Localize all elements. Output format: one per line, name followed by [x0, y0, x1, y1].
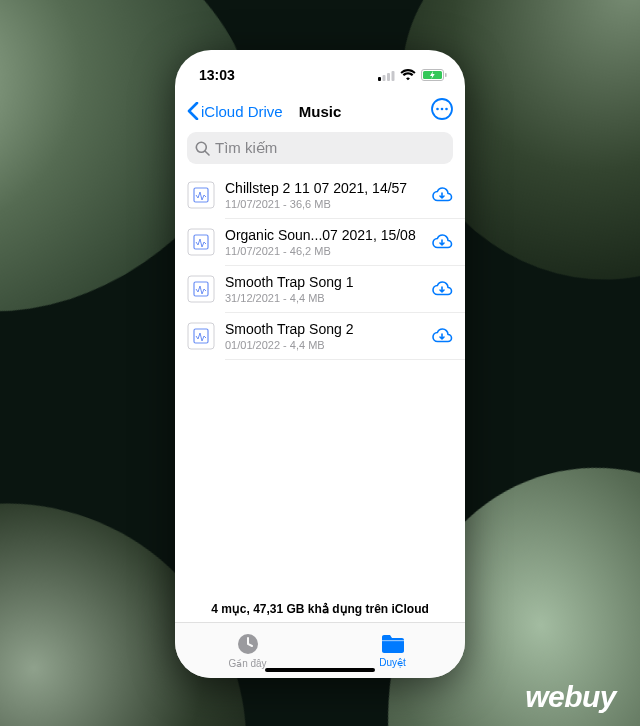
tab-label: Gần đây [228, 658, 266, 669]
phone-screen: 13:03 iCloud Drive Music Tìm kiếm Chills… [175, 50, 465, 678]
svg-rect-1 [383, 75, 386, 81]
folder-icon [380, 633, 406, 655]
back-button[interactable]: iCloud Drive [187, 102, 283, 120]
audio-file-icon [187, 228, 215, 256]
search-input[interactable]: Tìm kiếm [187, 132, 453, 164]
page-title: Music [299, 103, 342, 120]
cloud-download-icon [433, 329, 452, 342]
svg-point-9 [441, 108, 444, 111]
file-meta: 11/07/2021 - 36,6 MB [225, 198, 421, 210]
wifi-icon [400, 69, 416, 81]
file-meta: 11/07/2021 - 46,2 MB [225, 245, 421, 257]
home-indicator[interactable] [265, 668, 375, 672]
svg-rect-2 [387, 73, 390, 81]
divider [225, 359, 465, 360]
download-button[interactable] [431, 233, 453, 251]
svg-rect-0 [378, 77, 381, 81]
more-button[interactable] [431, 98, 453, 124]
status-bar: 13:03 [175, 50, 465, 90]
audio-file-icon [187, 181, 215, 209]
audio-file-icon [187, 322, 215, 350]
file-name: Chillstep 2 11 07 2021, 14/57 [225, 180, 421, 196]
clock-icon [236, 632, 260, 656]
search-placeholder: Tìm kiếm [215, 139, 277, 157]
file-list[interactable]: Chillstep 2 11 07 2021, 14/57 11/07/2021… [175, 172, 465, 596]
svg-line-12 [205, 151, 209, 155]
chevron-left-icon [187, 102, 199, 120]
svg-rect-3 [392, 71, 395, 81]
file-name: Smooth Trap Song 2 [225, 321, 421, 337]
nav-bar: iCloud Drive Music [175, 90, 465, 132]
file-name: Smooth Trap Song 1 [225, 274, 421, 290]
cellular-icon [378, 70, 395, 81]
file-name: Organic Soun...07 2021, 15/08 [225, 227, 421, 243]
ellipsis-circle-icon [431, 98, 453, 120]
list-item[interactable]: Smooth Trap Song 1 31/12/2021 - 4,4 MB [175, 266, 465, 312]
svg-point-8 [436, 108, 439, 111]
file-meta: 01/01/2022 - 4,4 MB [225, 339, 421, 351]
list-item[interactable]: Smooth Trap Song 2 01/01/2022 - 4,4 MB [175, 313, 465, 359]
download-button[interactable] [431, 186, 453, 204]
list-item[interactable]: Chillstep 2 11 07 2021, 14/57 11/07/2021… [175, 172, 465, 218]
list-item[interactable]: Organic Soun...07 2021, 15/08 11/07/2021… [175, 219, 465, 265]
svg-rect-6 [445, 73, 447, 77]
svg-rect-22 [382, 640, 404, 641]
status-icons [378, 69, 447, 81]
download-button[interactable] [431, 280, 453, 298]
audio-file-icon [187, 275, 215, 303]
svg-point-10 [445, 108, 448, 111]
cloud-download-icon [433, 282, 452, 295]
tab-label: Duyệt [379, 657, 406, 668]
storage-summary: 4 mục, 47,31 GB khả dụng trên iCloud [175, 596, 465, 622]
download-button[interactable] [431, 327, 453, 345]
watermark: webuy [525, 680, 616, 714]
battery-icon [421, 69, 447, 81]
file-meta: 31/12/2021 - 4,4 MB [225, 292, 421, 304]
back-label: iCloud Drive [201, 103, 283, 120]
cloud-download-icon [433, 235, 452, 248]
cloud-download-icon [433, 188, 452, 201]
status-time: 13:03 [199, 67, 235, 83]
search-icon [195, 141, 210, 156]
